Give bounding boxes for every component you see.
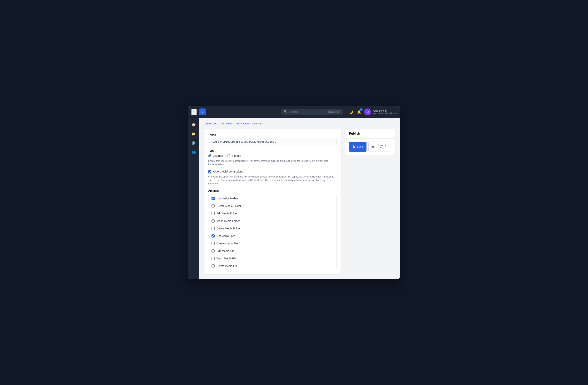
internal-label[interactable]: Internal xyxy=(232,154,241,157)
token-label: Token xyxy=(208,133,337,137)
app-window: ☰ b 🔍 ctrl/cmd + k 🌙 🔔 0 O Orie Schmitt … xyxy=(188,106,400,279)
save-exit-icon: 📤 xyxy=(371,145,375,148)
save-exit-button[interactable]: 📤 Save & Exit xyxy=(368,142,391,152)
sidebar: 🏠 📁 ⚙️ 👥 xyxy=(188,118,199,279)
trash-media-file-checkbox[interactable] xyxy=(211,257,215,260)
sidebar-item-home[interactable]: 🏠 xyxy=(190,121,197,128)
breadcrumb-dashboard[interactable]: DASHBOARD xyxy=(204,122,218,125)
list-item: Edit Media File xyxy=(209,247,336,255)
create-media-file-checkbox[interactable] xyxy=(211,242,215,245)
sidebar-item-files[interactable]: 📁 xyxy=(190,130,197,138)
create-media-file-label[interactable]: Create Media File xyxy=(216,242,238,245)
create-media-folder-checkbox[interactable] xyxy=(211,204,215,208)
search-shortcut: ctrl/cmd + k xyxy=(327,110,340,113)
user-email: om.celestino@ritchie.org xyxy=(373,112,397,114)
save-label: Save xyxy=(357,145,363,148)
delete-media-folder-checkbox[interactable] xyxy=(211,227,215,230)
save-exit-label: Save & Exit xyxy=(376,144,388,150)
notification-badge: 0 xyxy=(359,108,363,111)
user-info: Orie Schmitt om.celestino@ritchie.org xyxy=(373,109,397,114)
list-item: Delete Media File xyxy=(209,262,336,270)
abilities-list: List Media FoldersCreate Media FolderEdi… xyxy=(208,195,337,270)
edit-media-folder-checkbox[interactable] xyxy=(211,212,215,215)
list-item: Delete Media Folder xyxy=(209,225,336,232)
edit-media-folder-label[interactable]: Edit Media Folder xyxy=(216,212,238,215)
breadcrumb-settings[interactable]: SETTINGS xyxy=(221,122,233,125)
sidebar-item-settings[interactable]: ⚙️ xyxy=(190,139,197,147)
breadcrumb-api-tokens[interactable]: API TOKENS xyxy=(236,122,250,125)
list-item: Trash Media Folder xyxy=(209,217,336,225)
edit-media-file-label[interactable]: Edit Media File xyxy=(216,249,234,253)
avatar: O xyxy=(364,108,371,115)
type-section: Type External Internal Ensure that y xyxy=(208,149,337,166)
permissions-row: Give special permissions xyxy=(208,170,337,173)
list-item: List Media Files xyxy=(209,232,336,240)
trash-media-folder-label[interactable]: Trash Media Folder xyxy=(216,219,240,222)
type-radio-group: External Internal xyxy=(208,154,337,157)
search-icon: 🔍 xyxy=(284,110,288,114)
search-input[interactable] xyxy=(289,110,325,113)
sidebar-item-users[interactable]: 👥 xyxy=(190,149,197,156)
publish-card: Publish 💾 Save 📤 Save & Exit xyxy=(345,129,395,155)
breadcrumb: DASHBOARD / SETTINGS / API TOKENS / CREA… xyxy=(204,122,395,125)
main-layout: 🏠 📁 ⚙️ 👥 DASHBOARD / SETTINGS / API TOKE… xyxy=(188,118,400,279)
internal-radio[interactable] xyxy=(227,154,230,157)
delete-media-file-label[interactable]: Delete Media File xyxy=(216,264,237,268)
hamburger-button[interactable]: ☰ xyxy=(191,109,197,115)
user-name: Orie Schmitt xyxy=(373,109,397,112)
delete-media-file-checkbox[interactable] xyxy=(211,264,215,268)
abilities-section: Abilities List Media FoldersCreate Media… xyxy=(208,189,337,270)
notifications-button[interactable]: 🔔 0 xyxy=(356,109,362,115)
type-external[interactable]: External xyxy=(208,154,223,157)
content-area: DASHBOARD / SETTINGS / API TOKENS / CREA… xyxy=(199,118,400,279)
list-item: Create Media Folder xyxy=(209,202,336,210)
publish-body: 💾 Save 📤 Save & Exit xyxy=(345,139,395,155)
list-item: Create Media File xyxy=(209,240,336,247)
breadcrumb-create: CREATE xyxy=(252,122,262,125)
type-internal[interactable]: Internal xyxy=(227,154,241,157)
page-body: Token Type External xyxy=(204,129,395,275)
trash-media-file-label[interactable]: Trash Media File xyxy=(216,257,236,260)
list-item: Trash Media File xyxy=(209,255,336,262)
trash-media-folder-checkbox[interactable] xyxy=(211,219,215,222)
list-item: Edit Media Folder xyxy=(209,210,336,217)
list-media-files-checkbox[interactable] xyxy=(211,235,215,237)
create-media-folder-label[interactable]: Create Media Folder xyxy=(216,204,241,208)
type-label: Type xyxy=(208,149,337,152)
permissions-hint: Choosing this option will grant this API… xyxy=(208,175,337,185)
save-button[interactable]: 💾 Save xyxy=(349,142,366,152)
edit-media-file-checkbox[interactable] xyxy=(211,249,215,253)
main-form-card: Token Type External xyxy=(204,129,341,275)
save-icon: 💾 xyxy=(353,145,356,148)
permissions-section: Give special permissions Choosing this o… xyxy=(208,170,337,185)
list-media-folders-checkbox[interactable] xyxy=(211,197,215,200)
topbar-actions: 🌙 🔔 0 O Orie Schmitt om.celestino@ritchi… xyxy=(348,108,397,115)
right-panel: Publish 💾 Save 📤 Save & Exit xyxy=(345,129,395,155)
app-logo: b xyxy=(199,108,206,115)
external-radio[interactable] xyxy=(208,154,211,157)
token-input[interactable] xyxy=(208,138,337,145)
token-field: Token xyxy=(208,133,337,145)
list-media-folders-label[interactable]: List Media Folders xyxy=(216,197,238,200)
theme-toggle-button[interactable]: 🌙 xyxy=(348,109,354,115)
special-permissions-label[interactable]: Give special permissions xyxy=(213,170,243,173)
topbar: ☰ b 🔍 ctrl/cmd + k 🌙 🔔 0 O Orie Schmitt … xyxy=(188,106,400,118)
abilities-label: Abilities xyxy=(208,189,337,192)
publish-header: Publish xyxy=(345,129,395,139)
type-hint: Ensure that you use the appropriate API … xyxy=(208,159,337,166)
delete-media-folder-label[interactable]: Delete Media Folder xyxy=(216,227,241,230)
external-label[interactable]: External xyxy=(213,154,223,157)
list-media-files-label[interactable]: List Media Files xyxy=(216,235,235,237)
list-item: List Media Folders xyxy=(209,195,336,202)
search-bar[interactable]: 🔍 ctrl/cmd + k xyxy=(281,109,343,115)
special-permissions-checkbox[interactable] xyxy=(208,171,211,173)
